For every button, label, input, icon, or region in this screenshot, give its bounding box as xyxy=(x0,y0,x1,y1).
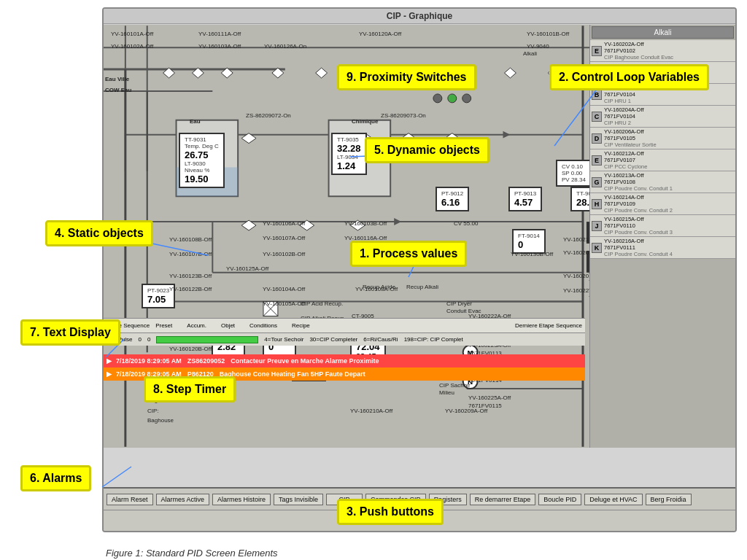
svg-marker-26 xyxy=(272,68,284,78)
svg-marker-27 xyxy=(316,68,328,78)
lt-9030-tag: LT-9030 xyxy=(185,160,219,167)
cv-box[interactable]: CV 0.10 SP 0.00 PV 28.34 xyxy=(556,160,592,187)
right-panel-item-j[interactable]: J YV-160215A-Off 7671FV0110 CIP Poudre C… xyxy=(590,215,735,237)
rc-letter-g: G xyxy=(592,177,602,187)
svg-marker-34 xyxy=(394,218,401,225)
rc-text-c: YV-160204A-Off 7671FV0104 CIP HRU 2 xyxy=(604,106,643,126)
boucle-pid-button[interactable]: Boucle PID xyxy=(538,494,581,505)
deluge-hvac-button[interactable]: Deluge et HVAC xyxy=(584,494,642,505)
yv-160101b-label: YV-160101B-Off xyxy=(527,31,569,37)
callout-step-timer: 8. Step Timer xyxy=(144,376,236,402)
yv-160120a-label: YV-160120A-Off xyxy=(359,31,401,37)
pt-9023-value: 7.05 xyxy=(147,294,169,305)
rc-letter-h: H xyxy=(592,199,602,209)
yv-160123b-label: YV-160123B-Off xyxy=(169,273,212,279)
ri-caus: 6=Ri/Caus/Ri xyxy=(363,336,398,343)
eau-label: Eau xyxy=(190,118,201,125)
yv-160104a-label: YV-160104A-Off xyxy=(263,286,305,292)
svg-point-50 xyxy=(433,94,442,103)
cv-5500-label: CV 55.00 xyxy=(454,220,478,227)
yv-160105a-label: YV-160105A-Off xyxy=(263,300,305,307)
alarm2-msg: Baghouse Cone Heating Fan 5HP Faute Depa… xyxy=(220,370,365,378)
pt-9023-tag: PT-9023 xyxy=(147,287,169,294)
cip-sachoir2-label: CIP Sachoir xyxy=(439,382,471,389)
right-panel-item-h[interactable]: H YV-160214A-Off 7671FV0109 CIP Poudre C… xyxy=(590,193,735,215)
tt-9031-tag: TT-9031 xyxy=(185,136,219,143)
yv-160107a-label: YV-160107A-Off xyxy=(263,235,305,241)
svg-marker-25 xyxy=(221,68,233,78)
ft-9014-box[interactable]: FT-9014 0 xyxy=(512,229,546,254)
alarm1-tag: ZS86209052 xyxy=(187,357,225,365)
rc-letter-j: J xyxy=(592,221,602,231)
yv-160111a-label: YV-160111A-Off xyxy=(198,31,241,37)
cip-completer: 30=CIP Completer xyxy=(309,336,357,343)
cv-sp: SP 0.00 xyxy=(562,170,586,176)
cip-complet: 198=CIP: CIP Complet xyxy=(404,336,463,343)
callout-push-buttons: 3. Push buttons xyxy=(337,499,444,525)
right-panel-item-c[interactable]: C YV-160204A-Off 7671FV0104 CIP HRU 2 xyxy=(590,106,735,128)
alarmes-histoire-button[interactable]: Alarmes Histoire xyxy=(212,494,271,505)
pt-9012-value: 6.16 xyxy=(441,197,463,208)
window-title: CIP - Graphique xyxy=(387,11,452,21)
accum-label: Accum. xyxy=(187,322,206,329)
svg-marker-20 xyxy=(241,220,256,230)
svg-marker-23 xyxy=(163,68,175,78)
alarm-bar-1[interactable]: ▶ 7/18/2019 8:29:05 AM ZS86209052 Contac… xyxy=(104,354,585,368)
yv-160106a-label: YV-160106A-Off xyxy=(263,220,305,227)
berg-froidia-button[interactable]: Berg Froidia xyxy=(646,494,692,505)
cow-eau-label: COW Eau xyxy=(105,87,131,93)
svg-point-52 xyxy=(462,94,471,103)
lt-9034-tag: LT-9034 xyxy=(337,154,361,160)
right-panel-item-d[interactable]: D YV-160206A-Off 7671FV0105 CIP Ventilat… xyxy=(590,128,735,149)
cv-pv: PV 28.34 xyxy=(562,176,586,183)
pt-9013-box[interactable]: PT-9013 4.57 xyxy=(508,187,542,211)
callout-text-display: 7. Text Display xyxy=(20,319,120,346)
rc-letter-b: B xyxy=(592,90,602,100)
callout-process-values: 1. Process values xyxy=(350,241,467,267)
seq-green-bar xyxy=(156,336,258,343)
tt-9031-value: 26.75 xyxy=(185,149,219,160)
yv-160209a-label: YV-160209A-Off xyxy=(445,408,487,414)
eau-ville-label: Eau Ville xyxy=(105,76,129,82)
rc-text-g: YV-160213A-Off 7671FV0108 CIP Poudre Con… xyxy=(604,172,673,192)
svg-marker-33 xyxy=(503,131,510,139)
tt-9035-box[interactable]: TT-9035 32.28 LT-9034 1.24 xyxy=(331,133,367,175)
lt-9030-value: 19.50 xyxy=(185,174,219,184)
callout-dynamic-objects: 5. Dynamic objects xyxy=(365,137,489,163)
rc-text-d: YV-160206A-Off 7671FV0105 CIP Ventilateu… xyxy=(604,128,657,148)
milieu-label: Milieu xyxy=(439,389,454,396)
yv-9040-label: YV-9040 xyxy=(527,43,549,50)
seq-0-value: 0 xyxy=(138,336,141,343)
rc-text-e: YV-160202A-Off 7671FV0102 CIP Baghouse C… xyxy=(604,41,673,61)
pt-9012-tag: PT-9012 xyxy=(441,190,463,197)
rc-letter-e2: E xyxy=(592,155,602,166)
yv-160101a-label: YV-160101A-Off xyxy=(111,31,153,37)
rc-letter-k: K xyxy=(592,243,602,253)
right-panel-item-e[interactable]: E YV-160202A-Off 7671FV0102 CIP Baghouse… xyxy=(590,40,735,62)
right-panel-item-k[interactable]: K YV-160216A-Off 7671FV0111 CIP Poudre C… xyxy=(590,237,735,259)
tt-9031-box[interactable]: TT-9031 Temp. Deg C 26.75 LT-9030 Niveau… xyxy=(179,133,225,188)
cip-baghouse2-label: Baghouse xyxy=(147,417,174,424)
callout-control-loop: 2. Control Loop Variables xyxy=(549,64,709,90)
yv-160125a-label: YV-160125A-Off xyxy=(226,265,268,272)
alarm-reset-button[interactable]: Alarm Reset xyxy=(107,494,153,505)
re-demarrer-button[interactable]: Re demarrer Etape xyxy=(470,494,536,505)
figure-caption: Figure 1: Standard PID Screen Elements xyxy=(106,548,278,559)
ft-9014-value: 0 xyxy=(518,239,540,250)
zs-86209072-label: ZS-86209072-On xyxy=(246,112,291,119)
right-panel-item-e2[interactable]: E YV-160212A-Off 7671FV0107 CIP PCC Cycl… xyxy=(590,149,735,171)
alarm1-msg: Contacteur Preuve en Marche Alarme Proxi… xyxy=(231,357,379,365)
rc-text-j: YV-160215A-Off 7671FV0110 CIP Poudre Con… xyxy=(604,216,673,236)
yv-160102b-label: YV-160102B-Off xyxy=(263,251,305,257)
right-panel-header: Alkali xyxy=(592,26,734,39)
tags-invisible-button[interactable]: Tags Invisible xyxy=(274,494,323,505)
rc-letter-c: C xyxy=(592,112,602,122)
alarm1-time: 7/18/2019 8:29:05 AM xyxy=(116,357,182,365)
callout-proximity-switches: 9. Proximity Switches xyxy=(337,64,476,90)
yv-160103a-label: YV-160103A-Off xyxy=(198,43,241,50)
rc-text-h: YV-160214A-Off 7671FV0109 CIP Poudre Con… xyxy=(604,194,673,214)
alkali-label: Alkali xyxy=(523,50,537,57)
alarmes-active-button[interactable]: Alarmes Active xyxy=(156,494,210,505)
right-panel-item-g[interactable]: G YV-160213A-Off 7671FV0108 CIP Poudre C… xyxy=(590,171,735,193)
pt-9012-box[interactable]: PT-9012 6.16 xyxy=(436,187,469,211)
